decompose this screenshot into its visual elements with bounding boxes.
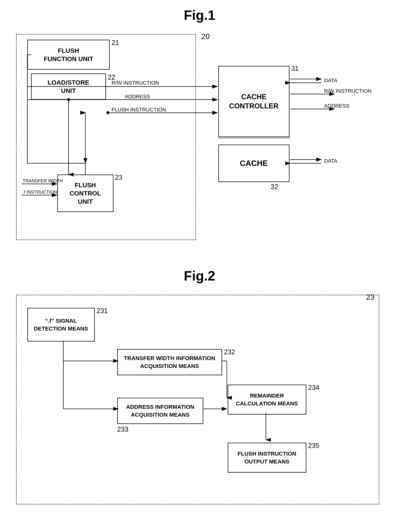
svg-text:R/W INSTRUCTION: R/W INSTRUCTION (324, 88, 372, 94)
label-233: 233 (117, 425, 128, 433)
signal-detection-means-box: “.f” SIGNALDETECTION MEANS (27, 308, 95, 342)
label-21: 21 (112, 39, 119, 47)
svg-text:DATA: DATA (324, 77, 337, 83)
remainder-calc-label: REMAINDERCALCULATION MEANS (236, 392, 298, 407)
transfer-width-info-box: TRANSFER WIDTH INFORMATIONACQUISITION ME… (117, 349, 222, 375)
signal-detection-means-label: “.f” SIGNALDETECTION MEANS (34, 317, 88, 333)
label-32: 32 (271, 183, 278, 191)
load-store-unit-box: LOAD/STOREUNIT (31, 73, 106, 100)
label-31: 31 (291, 65, 299, 72)
label-234: 234 (308, 384, 319, 392)
remainder-calc-box: REMAINDERCALCULATION MEANS (228, 385, 306, 415)
svg-text:DATA: DATA (324, 158, 337, 164)
fig2-diagram: 23 “.f” SIGNALDETECTION MEANS 231 TRANSF… (12, 289, 387, 510)
cache-controller-box: CACHECONTROLLER (218, 66, 290, 137)
transfer-width-info-label: TRANSFER WIDTH INFORMATIONACQUISITION ME… (124, 354, 215, 370)
flush-function-unit-box: FLUSHFUNCTION UNIT (27, 40, 110, 70)
label-231: 231 (97, 307, 108, 315)
flush-instruction-output-label: FLUSH INSTRUCTIONOUTPUT MEANS (238, 450, 296, 466)
flush-function-unit-label: FLUSHFUNCTION UNIT (44, 46, 93, 63)
label-235: 235 (308, 442, 319, 450)
fig2-title: Fig.2 (11, 268, 388, 284)
address-info-label: ADDRESS INFORMATIONACQUISITION MEANS (126, 403, 194, 419)
load-store-unit-label: LOAD/STOREUNIT (48, 78, 89, 95)
cache-controller-label: CACHECONTROLLER (229, 92, 279, 111)
label-22: 22 (108, 73, 115, 81)
cache-box: CACHE (218, 145, 290, 182)
fig1-diagram: 20 FLUSHFUNCTION UNIT 21 LOAD/STOREUNIT … (12, 28, 387, 253)
flush-control-unit-label: FLUSHCONTROLUNIT (70, 181, 101, 206)
label-23-fig2: 23 (366, 293, 375, 301)
flush-instruction-output-box: FLUSH INSTRUCTIONOUTPUT MEANS (228, 443, 306, 473)
fig1-title: Fig.1 (11, 7, 388, 23)
flush-control-unit-box: FLUSHCONTROLUNIT (57, 175, 114, 212)
address-info-box: ADDRESS INFORMATIONACQUISITION MEANS (117, 398, 203, 424)
label-20: 20 (202, 32, 210, 41)
svg-text:ADDRESS: ADDRESS (324, 103, 349, 109)
cache-label: CACHE (240, 159, 268, 168)
label-23: 23 (115, 174, 122, 181)
label-232: 232 (224, 348, 235, 356)
